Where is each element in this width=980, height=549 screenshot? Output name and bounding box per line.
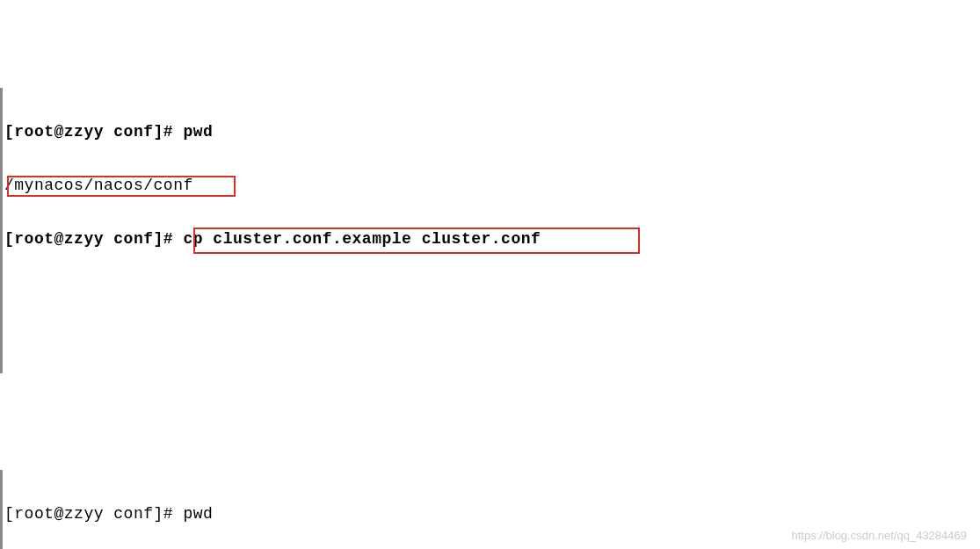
terminal-block-1: [root@zzyy conf]# pwd /mynacos/nacos/con… (0, 88, 980, 373)
terminal-line: [root@zzyy conf]# cp cluster.conf.exampl… (4, 230, 980, 249)
prompt: [root@zzyy conf]# (4, 123, 183, 141)
terminal-line: /mynacos/nacos/conf (4, 177, 980, 195)
prompt: [root@zzyy conf]# (4, 230, 183, 248)
highlight-box (193, 228, 640, 254)
highlight-box (7, 176, 236, 197)
terminal-line: [root@zzyy conf]# pwd (4, 505, 980, 524)
terminal-line (4, 284, 980, 302)
prompt: [root@zzyy conf]# (4, 505, 183, 523)
terminal-line: [root@zzyy conf]# pwd (4, 123, 980, 141)
terminal-line (4, 337, 980, 356)
cmd-pwd: pwd (183, 123, 213, 141)
watermark: https://blog.csdn.net/qq_43284469 (792, 529, 968, 542)
cmd-pwd: pwd (183, 505, 213, 523)
